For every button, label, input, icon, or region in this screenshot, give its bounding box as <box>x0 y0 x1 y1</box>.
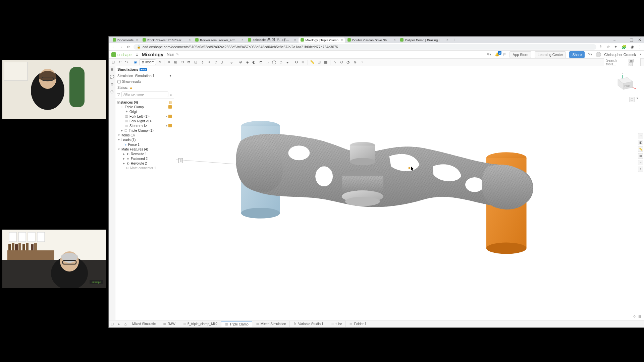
tree-instances[interactable]: Instances (4)⊡ <box>116 100 173 105</box>
configs-icon[interactable]: ⚙ <box>110 82 114 87</box>
slider-icon[interactable]: ⊏ <box>258 59 264 65</box>
move-icon[interactable]: ✥ <box>166 59 172 65</box>
close-icon[interactable]: × <box>189 38 191 42</box>
star-icon[interactable]: ☆ <box>606 45 610 49</box>
cylindrical-icon[interactable]: ◯ <box>271 59 277 65</box>
extension-icon[interactable]: ✦ <box>614 45 618 49</box>
bottom-tab[interactable]: ◫5_triple_clamp_Mk2 <box>179 321 221 327</box>
bottom-tab[interactable]: Mixed Simulatic <box>129 321 159 327</box>
browser-tab[interactable]: Double Cardan Drive Shaft | Dri…× <box>345 38 397 43</box>
share-button[interactable]: Share <box>569 51 585 58</box>
view-cube[interactable]: z Front <box>614 70 638 94</box>
maximize-icon[interactable]: ▢ <box>630 38 633 42</box>
collapse-icon[interactable]: ▼ <box>117 148 120 151</box>
collapse-icon[interactable]: ▼ <box>117 134 120 137</box>
redo-icon[interactable]: ↷ <box>123 59 129 65</box>
tree-item-force1[interactable]: ↘Force 1 <box>116 142 173 147</box>
insert-button[interactable]: ⊕ Insert <box>139 59 156 65</box>
close-icon[interactable]: × <box>136 38 138 42</box>
url-input[interactable]: 🔒 cad.onshape.com/documents/5105a0a52ed9… <box>133 44 596 50</box>
user-name[interactable]: Christopher Gromek <box>604 53 636 57</box>
mirror-icon[interactable]: ⧉ <box>186 59 192 65</box>
ball-icon[interactable]: ● <box>284 59 290 65</box>
home-icon[interactable]: ⌂ <box>122 322 129 326</box>
puzzle-icon[interactable]: 🧩 <box>622 45 627 49</box>
tree-item-triple-clamp-1[interactable]: ▶◫Triple Clamp <1> <box>116 128 173 133</box>
bottom-tab[interactable]: ◫RAW <box>159 321 179 327</box>
sim-force-icon[interactable]: ↘ <box>332 59 338 65</box>
browser-tab-active[interactable]: Mixology | Triple Clamp× <box>299 38 345 43</box>
bom-icon[interactable]: ≡ <box>638 160 643 165</box>
gear-icon[interactable]: ⚙ <box>293 59 300 65</box>
sim-accel-icon[interactable]: ⤳ <box>359 59 365 65</box>
browser-tab[interactable]: Documents× <box>111 38 140 43</box>
tree-items[interactable]: ▼Items (0) <box>116 133 173 137</box>
branch-label[interactable]: Main <box>167 53 174 56</box>
measure-icon[interactable]: 📏 <box>309 59 315 65</box>
expand-icon[interactable]: ▶ <box>122 157 125 160</box>
close-icon[interactable]: × <box>294 38 296 42</box>
tree-item-revolute1[interactable]: ▶◐Revolute 1 <box>116 152 173 156</box>
expand-icon[interactable]: ▶ <box>122 153 125 156</box>
connector-icon[interactable]: ⚲▾ <box>487 52 491 57</box>
planar-icon[interactable]: ▭ <box>264 59 270 65</box>
history-icon[interactable]: ◷ <box>110 89 114 94</box>
snap-icon[interactable]: ⟐ <box>228 59 234 65</box>
hide-icon[interactable]: ◻ <box>638 133 643 138</box>
help-icon[interactable]: ?▾ <box>588 52 592 57</box>
eye-icon[interactable]: ◉ <box>132 59 139 65</box>
tree-item-triple-clamp[interactable]: ▫Triple Clamp <box>116 105 173 109</box>
offset-icon[interactable]: ⤴ <box>219 59 225 65</box>
tree-item-steerer[interactable]: ◫Steerer <1>▾ <box>116 123 173 128</box>
profile-icon[interactable]: ◉ <box>631 45 634 49</box>
expand-icon[interactable]: ▶ <box>122 162 125 165</box>
measure-icon[interactable]: 📏 <box>638 146 643 152</box>
new-tab-button[interactable]: + <box>451 37 459 43</box>
view-cube-icon[interactable]: ◫ <box>629 97 635 102</box>
undo-icon[interactable]: ↶ <box>117 59 123 65</box>
replicate-icon[interactable]: ⊕ <box>213 59 219 65</box>
tree-item-revolute2[interactable]: ▶◐Revolute 2 <box>116 161 173 166</box>
chevron-down-icon[interactable]: ▼ <box>639 53 642 56</box>
features-icon[interactable]: ⊟ <box>110 67 114 72</box>
tree-icon[interactable]: ⊟ <box>110 59 116 65</box>
circular-icon[interactable]: ✦ <box>206 59 212 65</box>
bottom-tab[interactable]: ◫Mixed Simulation <box>252 321 290 327</box>
tree-loads[interactable]: ▼Loads (1) <box>116 137 173 142</box>
tab-manager-icon[interactable]: ⊟ <box>109 322 115 326</box>
tree-mate-features[interactable]: ▼Mate Features (4) <box>116 147 173 152</box>
search-tools-input[interactable]: Search tools... alt C <box>604 58 641 67</box>
isolate-icon[interactable]: ⊡ <box>169 101 172 104</box>
close-icon[interactable]: × <box>241 38 243 42</box>
mass-icon[interactable]: ⊞ <box>638 153 643 159</box>
fasten-icon[interactable]: ◈ <box>244 59 250 65</box>
simulation-selector[interactable]: Simulation Simulation 1 ▼ <box>115 73 174 79</box>
chevron-down-icon[interactable]: ▼ <box>636 97 639 102</box>
hamburger-icon[interactable]: ≡ <box>136 52 138 57</box>
add-tab-icon[interactable]: + <box>115 322 122 326</box>
pattern-icon[interactable]: ⊡ <box>193 59 199 65</box>
expand-icon[interactable]: ▶ <box>120 129 123 132</box>
bottom-tab[interactable]: ◫tube <box>327 321 345 327</box>
flag-icon[interactable]: ⚐ <box>503 52 506 57</box>
filter-icon[interactable]: ▽ <box>117 93 120 96</box>
list-icon[interactable]: ≡ <box>170 93 172 97</box>
tree-item-fastened2[interactable]: ▶◈Fastened 2 <box>116 156 173 161</box>
avatar[interactable] <box>596 52 601 57</box>
sim-pressure-icon[interactable]: ⊖ <box>338 59 344 65</box>
tree-item-origin[interactable]: ✦Origin <box>116 109 173 114</box>
brand-logo[interactable]: onshape <box>111 52 131 57</box>
browser-tab[interactable]: Rocker Arm | rocker_arm_cut_o…× <box>193 38 245 43</box>
section-icon[interactable]: ◧ <box>638 140 643 145</box>
browser-tab[interactable]: Caliper Demo | Braking load sim…× <box>398 38 450 43</box>
close-icon[interactable]: × <box>446 38 448 42</box>
bottom-tab-active[interactable]: ◫Triple Clamp <box>221 321 252 327</box>
bell-icon[interactable]: 🔔2 <box>495 52 499 57</box>
forward-icon[interactable]: → <box>119 45 123 49</box>
units-icon[interactable]: ⊹ <box>633 314 636 318</box>
back-icon[interactable]: ← <box>111 45 116 49</box>
collapse-icon[interactable]: ▼ <box>117 138 120 141</box>
browser-tab[interactable]: Rock Crawler 1:10 Rear Half-Ca…× <box>141 38 193 43</box>
comments-icon[interactable]: 💬 <box>110 75 114 79</box>
menu-dots-icon[interactable]: ⋮ <box>638 45 642 49</box>
